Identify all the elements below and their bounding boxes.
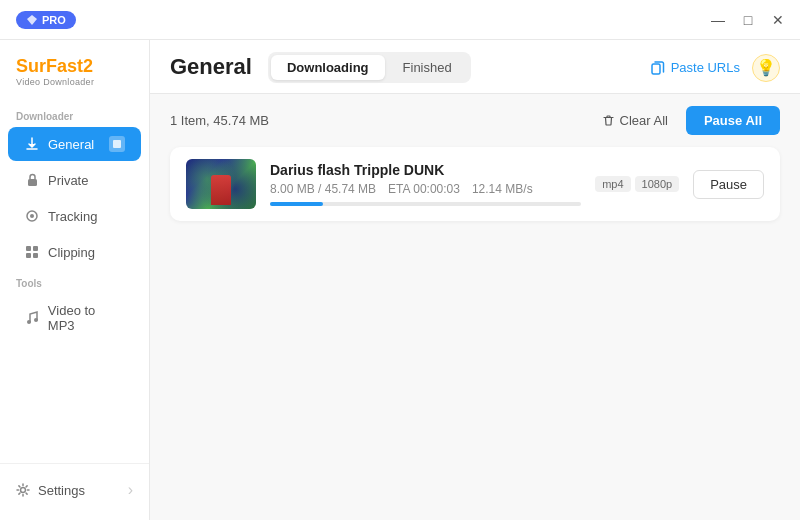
downloader-section-label: Downloader [0,103,149,126]
sidebar-item-clipping[interactable]: Clipping [8,235,141,269]
tab-finished[interactable]: Finished [387,55,468,80]
window-controls: — □ ✕ [704,6,792,34]
tools-section-label: Tools [0,270,149,293]
trash-icon [602,114,615,127]
svg-rect-11 [652,64,660,74]
header-right: Paste URLs 💡 [651,54,780,92]
format-badges: mp4 1080p [595,176,679,192]
format-badge: mp4 [595,176,630,192]
download-info: Darius flash Tripple DUNK 8.00 MB / 45.7… [270,162,581,206]
svg-rect-1 [28,179,37,186]
main-content: General Downloading Finished Paste URLs … [150,40,800,520]
logo-area: SurFast2 Video Downloader [0,52,149,103]
general-icon-alt [109,136,125,152]
pro-badge: PRO [16,11,76,29]
tab-group: Downloading Finished [268,52,471,83]
header-left: General Downloading Finished [170,52,471,93]
title-bar: PRO — □ ✕ [0,0,800,40]
clear-all-button[interactable]: Clear All [592,107,678,134]
close-button[interactable]: ✕ [764,6,792,34]
tracking-icon [24,208,40,224]
tab-downloading[interactable]: Downloading [271,55,385,80]
settings-gear-icon [16,483,30,497]
speed-info: 12.14 MB/s [472,182,533,196]
content-header: General Downloading Finished Paste URLs … [150,40,800,94]
lightbulb-button[interactable]: 💡 [752,54,780,82]
progress-fill [270,202,323,206]
video-thumbnail [186,159,256,209]
diamond-icon [26,14,38,26]
svg-point-3 [30,214,34,218]
logo-subtitle: Video Downloader [16,77,133,87]
clipping-icon [24,244,40,260]
eta-info: ETA 00:00:03 [388,182,460,196]
minimize-button[interactable]: — [704,6,732,34]
download-title: Darius flash Tripple DUNK [270,162,581,178]
content-toolbar: 1 Item, 45.74 MB Clear All Pause All [150,94,800,147]
sidebar-item-video-to-mp3[interactable]: Video to MP3 [8,294,141,342]
app-body: SurFast2 Video Downloader Downloader Gen… [0,40,800,520]
toolbar-actions: Clear All Pause All [592,106,780,135]
progress-bar [270,202,581,206]
pause-button[interactable]: Pause [693,170,764,199]
quality-badge: 1080p [635,176,680,192]
download-icon [24,136,40,152]
thumbnail-art [186,159,256,209]
svg-point-8 [27,320,31,324]
svg-rect-6 [26,253,31,258]
download-meta: 8.00 MB / 45.74 MB ETA 00:00:03 12.14 MB… [270,182,581,196]
settings-item[interactable]: Settings › [0,472,149,508]
logo-title: SurFast2 [16,56,133,77]
size-info: 8.00 MB / 45.74 MB [270,182,376,196]
sidebar-item-private[interactable]: Private [8,163,141,197]
sidebar-item-general[interactable]: General [8,127,141,161]
sidebar-footer: Settings › [0,463,149,508]
lock-icon [24,172,40,188]
pause-all-button[interactable]: Pause All [686,106,780,135]
svg-rect-5 [33,246,38,251]
sidebar-item-tracking[interactable]: Tracking [8,199,141,233]
sidebar: SurFast2 Video Downloader Downloader Gen… [0,40,150,520]
maximize-button[interactable]: □ [734,6,762,34]
music-icon [24,310,40,326]
page-title: General [170,54,252,92]
item-count: 1 Item, 45.74 MB [170,113,269,128]
paste-urls-button[interactable]: Paste URLs [651,60,740,75]
svg-point-9 [34,318,38,322]
download-item: Darius flash Tripple DUNK 8.00 MB / 45.7… [170,147,780,221]
svg-point-10 [21,488,26,493]
svg-rect-0 [113,140,121,148]
svg-rect-4 [26,246,31,251]
svg-rect-7 [33,253,38,258]
character-figure [211,175,231,205]
settings-left: Settings [16,483,85,498]
link-icon [651,61,665,75]
downloads-list: Darius flash Tripple DUNK 8.00 MB / 45.7… [150,147,800,520]
